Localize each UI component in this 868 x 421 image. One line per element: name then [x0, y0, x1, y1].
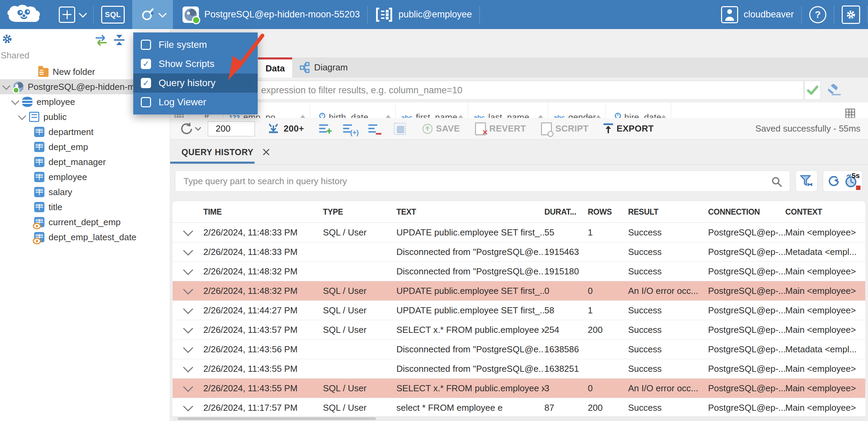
query-history-row[interactable]: 2/26/2024, 11:17:57 PM SQL / User select… — [173, 398, 865, 418]
save-button[interactable]: SAVE — [422, 123, 460, 134]
user-menu[interactable]: cloudbeaver — [714, 0, 801, 29]
grid-column-header[interactable]: abc last_name — [468, 103, 548, 118]
tree-item[interactable]: dept_manager — [0, 154, 170, 169]
column-header-connection[interactable]: CONNECTION — [708, 207, 785, 217]
tree-item[interactable]: current_dept_emp — [0, 215, 170, 230]
query-history-row[interactable]: 2/26/2024, 11:48:32 PM Disconnected from… — [173, 262, 865, 281]
grid-column-header[interactable]: hire_date — [606, 103, 671, 118]
expand-chevron-icon[interactable] — [183, 326, 193, 334]
query-history-row[interactable]: 2/26/2024, 11:48:33 PM SQL / User UPDATE… — [173, 223, 865, 242]
script-button[interactable]: SCRIPT — [541, 122, 588, 135]
tree-item[interactable]: dept_emp — [0, 139, 170, 154]
export-button[interactable]: EXPORT — [603, 123, 654, 134]
tab-data[interactable]: Data — [258, 57, 292, 78]
column-header-context[interactable]: CONTEXT — [785, 207, 865, 217]
tree-item[interactable]: department — [0, 124, 170, 139]
expand-chevron-icon[interactable] — [183, 268, 193, 275]
tree-item[interactable]: title — [0, 200, 170, 215]
chevron-down-icon[interactable] — [18, 112, 26, 120]
column-header-time[interactable]: TIME — [203, 207, 323, 217]
sql-editor-button[interactable]: SQL — [94, 0, 132, 29]
duplicate-button[interactable] — [394, 123, 406, 135]
sort-icon[interactable] — [458, 115, 463, 118]
chevron-down-icon[interactable] — [2, 82, 10, 90]
menu-item[interactable]: File system — [133, 35, 258, 54]
query-history-row[interactable]: 2/26/2024, 11:43:57 PM SQL / User SELECT… — [173, 320, 865, 340]
auto-refresh-button[interactable]: 5s — [844, 174, 859, 189]
fetch-more-button[interactable]: 200+ — [267, 122, 304, 136]
expand-chevron-icon[interactable] — [183, 248, 193, 256]
new-object-button[interactable] — [51, 0, 93, 29]
tree-item[interactable]: dept_emp_latest_date — [0, 230, 170, 245]
horizontal-scrollbar[interactable] — [173, 416, 865, 421]
expand-chevron-icon[interactable] — [183, 385, 193, 392]
connection-selector[interactable]: PostgreSQL@ep-hidden-moon-55203 — [173, 0, 367, 29]
expand-chevron-icon[interactable] — [183, 346, 193, 353]
scrollbar-thumb[interactable] — [178, 417, 376, 420]
expand-chevron-icon[interactable] — [183, 404, 193, 411]
query-history-row[interactable]: 2/26/2024, 11:48:32 PM SQL / User UPDATE… — [173, 281, 865, 301]
grid-column-header[interactable]: abc first_name — [396, 103, 468, 118]
expand-chevron-icon[interactable] — [183, 365, 193, 372]
query-history-filter-button[interactable] — [796, 171, 817, 192]
chevron-down-icon[interactable] — [11, 97, 19, 105]
help-button[interactable]: ? — [802, 0, 834, 29]
tab-diagram[interactable]: Diagram — [292, 57, 355, 78]
menu-item[interactable]: Show Scripts — [133, 54, 258, 73]
sort-icon[interactable] — [596, 115, 601, 118]
filter-expression-input[interactable] — [170, 81, 804, 100]
query-history-row[interactable]: 2/26/2024, 11:43:55 PM SQL / User SELECT… — [173, 379, 865, 398]
sort-icon[interactable] — [661, 115, 666, 118]
sort-icon[interactable] — [386, 115, 391, 118]
settings-button[interactable] — [834, 0, 868, 29]
query-history-row[interactable]: 2/26/2024, 11:44:27 PM SQL / User UPDATE… — [173, 301, 865, 320]
expand-chevron-icon[interactable] — [183, 287, 193, 295]
row-text: Disconnected from "PostgreSQL@e... — [396, 344, 544, 355]
query-history-search-input[interactable] — [175, 171, 790, 192]
tools-menu-button[interactable] — [132, 0, 173, 29]
grid-view-icon[interactable] — [845, 109, 855, 118]
grid-column-header[interactable]: birth_date — [310, 103, 396, 118]
checkbox-icon[interactable] — [141, 78, 151, 88]
checkbox-icon[interactable] — [141, 40, 151, 50]
column-header-type[interactable]: TYPE — [323, 207, 396, 217]
column-header-rows[interactable]: ROWS — [588, 207, 628, 217]
delete-row-button[interactable] — [368, 124, 380, 134]
schema-selector[interactable]: public@employee — [368, 0, 479, 29]
expand-chevron-icon[interactable] — [183, 229, 193, 236]
apply-filter-button[interactable] — [804, 81, 821, 100]
sort-icon[interactable] — [300, 115, 305, 118]
row-text: select * FROM employee e — [396, 403, 544, 413]
query-history-row[interactable]: 2/26/2024, 11:43:56 PM Disconnected from… — [173, 340, 865, 359]
column-header-duration[interactable]: DURAT... — [544, 207, 588, 217]
refresh-button[interactable] — [179, 121, 200, 137]
column-header-text[interactable]: TEXT — [396, 207, 544, 217]
collapse-all-icon[interactable] — [113, 34, 126, 46]
tab-query-history[interactable]: QUERY HISTORY — [170, 140, 276, 164]
query-history-row[interactable]: 2/26/2024, 11:48:33 PM Disconnected from… — [173, 242, 865, 262]
duplicate-row-button[interactable] — [343, 124, 355, 134]
tree-item[interactable]: employee — [0, 169, 170, 185]
data-filter-row — [170, 78, 868, 103]
query-history-row[interactable]: 2/26/2024, 11:43:55 PM Disconnected from… — [173, 359, 865, 379]
checkbox-icon[interactable] — [141, 59, 151, 69]
column-header-result[interactable]: RESULT — [628, 207, 708, 217]
clear-filter-button[interactable] — [826, 83, 841, 98]
grid-column-header[interactable]: abc gender — [548, 103, 606, 118]
row-result: Success — [628, 305, 708, 316]
revert-button[interactable]: REVERT — [475, 122, 526, 135]
row-text: SELECT x.* FROM public.employee x — [396, 383, 544, 394]
sync-connection-icon[interactable] — [94, 34, 108, 46]
tree-item-label: New folder — [53, 67, 95, 77]
add-row-button[interactable] — [319, 124, 331, 134]
checkbox-icon[interactable] — [141, 97, 151, 107]
expand-chevron-icon[interactable] — [183, 307, 193, 314]
sort-icon[interactable] — [538, 115, 543, 118]
menu-item[interactable]: Query history — [133, 73, 258, 93]
tree-item[interactable]: salary — [0, 185, 170, 200]
close-icon[interactable] — [262, 148, 270, 156]
sidebar-settings-icon[interactable] — [1, 33, 13, 45]
refresh-icon[interactable] — [826, 174, 841, 188]
fetch-size-input[interactable] — [208, 121, 255, 136]
menu-item[interactable]: Log Viewer — [133, 93, 258, 112]
